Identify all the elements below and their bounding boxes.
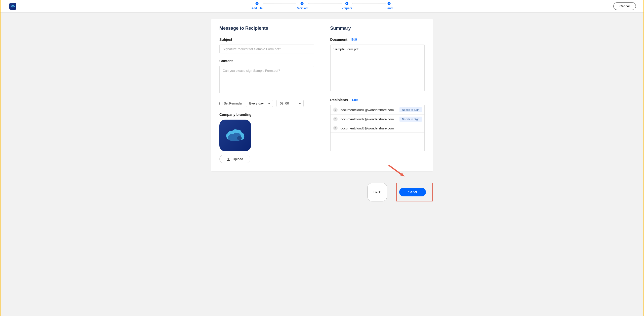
upload-icon [227, 157, 230, 161]
step-connector [308, 4, 342, 4]
summary-panel: Summary Document Edit Sample Form.pdf Re… [322, 19, 433, 171]
reminder-checkbox-wrap[interactable]: Set Reminder [219, 102, 242, 105]
recipients-label: Recipients [330, 98, 348, 102]
send-button[interactable]: Send [399, 188, 426, 196]
step-label: Send [385, 7, 392, 10]
header-bar: Add File Recipient Prepare Send Cancel [1, 0, 643, 13]
step-add-file[interactable]: Add File [252, 2, 263, 10]
recipient-item: 3 documentcloud3@wondershare.com [331, 124, 425, 133]
content-card: Message to Recipients Subject Content Se… [211, 19, 433, 171]
document-list: Sample Form.pdf [330, 45, 425, 91]
cancel-button[interactable]: Cancel [613, 2, 636, 10]
step-recipient[interactable]: Recipient [296, 2, 308, 10]
step-connector [352, 4, 385, 4]
message-title: Message to Recipients [219, 26, 314, 31]
document-item: Sample Form.pdf [331, 45, 425, 54]
recipient-number: 1 [333, 108, 338, 112]
footer-actions: Back Send [211, 178, 433, 209]
reminder-label: Set Reminder [224, 102, 242, 105]
step-label: Prepare [342, 7, 352, 10]
upload-button[interactable]: Upload [219, 155, 250, 163]
content-label: Content [219, 59, 314, 63]
recipient-email: documentcloud1@wondershare.com [341, 108, 396, 112]
send-highlight-box: Send [396, 183, 433, 201]
recipient-email: documentcloud2@wondershare.com [341, 117, 396, 121]
content-textarea[interactable] [219, 66, 314, 93]
message-panel: Message to Recipients Subject Content Se… [211, 19, 322, 171]
step-label: Add File [252, 7, 263, 10]
branding-logo-preview [219, 120, 251, 151]
step-prepare[interactable]: Prepare [342, 2, 352, 10]
progress-stepper: Add File Recipient Prepare Send [252, 2, 393, 10]
recipient-status-badge: Needs to Sign [399, 117, 422, 122]
back-button[interactable]: Back [367, 183, 387, 201]
reminder-frequency-select[interactable]: Every day [246, 100, 273, 107]
edit-document-link[interactable]: Edit [351, 38, 357, 41]
recipient-number: 3 [333, 126, 338, 130]
subject-label: Subject [219, 38, 314, 42]
branding-label: Company branding [219, 113, 314, 117]
step-label: Recipient [296, 7, 308, 10]
reminder-time-select[interactable]: 08: 00 [276, 100, 304, 107]
recipient-item: 2 documentcloud2@wondershare.com Needs t… [331, 115, 425, 124]
document-label: Document [330, 38, 347, 42]
recipient-email: documentcloud3@wondershare.com [341, 126, 422, 130]
recipients-list: 1 documentcloud1@wondershare.com Needs t… [330, 105, 425, 151]
reminder-checkbox[interactable] [219, 102, 222, 105]
upload-button-label: Upload [233, 157, 243, 161]
edit-recipients-link[interactable]: Edit [352, 98, 358, 102]
step-send[interactable]: Send [385, 2, 392, 10]
summary-title: Summary [330, 26, 425, 31]
step-connector [263, 4, 296, 4]
app-logo [9, 3, 16, 10]
recipient-status-badge: Needs to Sign [399, 107, 422, 112]
svg-point-0 [237, 136, 242, 141]
recipient-number: 2 [333, 117, 338, 121]
recipient-item: 1 documentcloud1@wondershare.com Needs t… [331, 105, 425, 115]
subject-input[interactable] [219, 45, 314, 53]
